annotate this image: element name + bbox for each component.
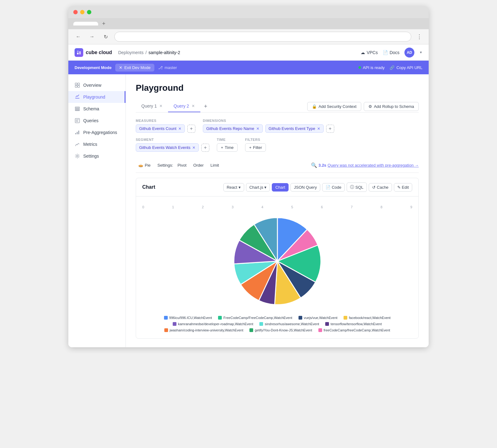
segment-label: SEGMENT [136, 138, 209, 141]
dimension-tag-1-close[interactable]: ✕ [317, 127, 320, 131]
sidebar-item-preagg[interactable]: Pre-Aggregations [68, 127, 125, 138]
api-ready-status: API is ready [358, 65, 385, 70]
back-button[interactable]: ← [73, 32, 83, 42]
add-tab-button[interactable]: + [200, 101, 211, 112]
order-button[interactable]: Order [191, 162, 206, 169]
filter-tags: + Filter [245, 143, 266, 152]
svg-rect-4 [78, 83, 80, 85]
measure-tag-0: Github Events Count ✕ [136, 124, 185, 133]
add-rollup-button[interactable]: ⚙ Add Rollup to Schema [364, 102, 419, 111]
segment-group: SEGMENT Github Events Watch Events ✕ + [136, 138, 209, 152]
segment-tag-0: Github Events Watch Events ✕ [136, 143, 199, 152]
view-sql-button[interactable]: ⓘ SQL [347, 182, 367, 192]
sidebar-item-playground[interactable]: Playground [68, 91, 125, 103]
dimension-tag-0-close[interactable]: ✕ [256, 127, 259, 131]
view-edit-button[interactable]: ✎ Edit [394, 183, 412, 192]
browser-tab[interactable] [73, 22, 98, 25]
branch-button[interactable]: ⎇ master [158, 65, 177, 70]
avatar[interactable]: AD [404, 48, 414, 58]
rollup-icon: ⚙ [368, 104, 372, 109]
svg-rect-3 [75, 83, 77, 85]
legend-item: jwasham/coding-interview-university,Watc… [164, 328, 243, 332]
add-security-context-button[interactable]: 🔒 Add Security Context [307, 102, 361, 111]
sidebar-item-queries-label: Queries [83, 118, 98, 123]
avatar-chevron[interactable]: ▼ [419, 51, 422, 54]
view-json-query-button[interactable]: JSON Query [290, 183, 320, 192]
view-code-button[interactable]: 📄 Code [322, 183, 345, 192]
add-filter-button[interactable]: + Filter [245, 143, 266, 152]
docs-link[interactable]: 📄 Docs [383, 50, 399, 55]
limit-button[interactable]: Limit [208, 162, 221, 169]
exit-dev-mode-button[interactable]: ✕ Exit Dev Mode [115, 64, 154, 72]
legend-item: tensorflow/tensorflow,WatchEvent [325, 322, 382, 326]
browser-tab-bar: + [68, 18, 429, 29]
add-dimension-button[interactable]: + [326, 125, 334, 133]
framework-dropdown[interactable]: React ▾ [223, 183, 244, 192]
maximize-dot[interactable] [87, 10, 91, 14]
edit-icon: ✎ [397, 185, 401, 190]
logo-icon [75, 48, 83, 57]
x-label-1: 1 [172, 205, 174, 209]
main-layout: Overview Playground Schema [68, 74, 429, 347]
legend-item: sindresorhus/awesome,WatchEvent [259, 322, 319, 326]
chart-type-pie-button[interactable]: 🥧 Pie [136, 162, 153, 169]
address-bar[interactable] [114, 32, 411, 42]
minimize-dot[interactable] [80, 10, 84, 14]
browser-window: + ← → ↻ ⋮ cube cloud Deployments [68, 6, 429, 347]
new-tab-button[interactable]: + [99, 19, 108, 28]
schema-icon [75, 106, 80, 112]
segment-tags: Github Events Watch Events ✕ + [136, 143, 209, 152]
svg-rect-2 [77, 51, 79, 52]
measure-tag-0-close[interactable]: ✕ [178, 127, 181, 131]
sidebar-item-queries[interactable]: Queries [68, 115, 125, 127]
pivot-button[interactable]: Pivot [175, 162, 189, 169]
add-segment-button[interactable]: + [201, 144, 209, 152]
sidebar-item-metrics[interactable]: Metrics [68, 138, 125, 150]
forward-button[interactable]: → [87, 32, 97, 42]
copy-api-url-button[interactable]: 🔗 Copy API URL [390, 65, 422, 70]
copy-icon: 🔗 [390, 65, 394, 70]
breadcrumb: Deployments / sample-altinity-2 [118, 50, 180, 55]
chart-area: 0 1 2 3 4 5 6 7 8 9 [142, 203, 412, 332]
browser-menu-button[interactable]: ⋮ [415, 32, 424, 41]
pie-icon: 🥧 [138, 163, 143, 168]
query-tab-1-close[interactable]: ✕ [159, 104, 162, 108]
legend-dot [249, 328, 253, 332]
time-tags: + Time [217, 143, 238, 152]
add-time-button[interactable]: + Time [217, 143, 238, 152]
browser-toolbar: ← → ↻ ⋮ [68, 29, 429, 44]
view-cache-button[interactable]: ↺ Cache [369, 183, 392, 192]
add-measure-button[interactable]: + [187, 125, 195, 133]
legend-item: kamranahmedse/developer-roadmap,WatchEve… [173, 322, 253, 326]
sidebar-item-settings[interactable]: Settings [68, 150, 125, 162]
library-dropdown[interactable]: Chart.js ▾ [246, 183, 270, 192]
segment-tag-0-close[interactable]: ✕ [192, 145, 195, 150]
query-tab-1[interactable]: Query 1 ✕ [136, 100, 168, 112]
chart-header: Chart React ▾ Chart.js ▾ Chart JSON [136, 178, 418, 196]
plus-icon: + [221, 145, 223, 150]
close-dot[interactable] [73, 10, 78, 14]
dimensions-label: DIMENSIONS [203, 119, 334, 122]
accel-link[interactable]: Query was not accelerated with pre-aggre… [328, 163, 419, 168]
query-tab-2[interactable]: Query 2 ✕ [168, 100, 200, 112]
query-time: 🔍 3.2s Query was not accelerated with pr… [311, 162, 419, 168]
legend-dot [259, 322, 263, 326]
query-tab-2-close[interactable]: ✕ [192, 104, 195, 108]
legend-item: FreeCodeCamp/FreeCodeCamp,WatchEvent [218, 316, 292, 320]
query-tabs-bar: Query 1 ✕ Query 2 ✕ + 🔒 Add Security Con… [136, 100, 419, 113]
svg-point-14 [77, 155, 78, 157]
vpcs-link[interactable]: ☁ VPCs [361, 50, 378, 55]
chart-legend: 996icu/996.ICU,WatchEventFreeCodeCamp/Fr… [142, 316, 412, 332]
filters-group: FILTERS + Filter [245, 138, 266, 152]
preagg-icon [75, 130, 80, 135]
view-chart-button[interactable]: Chart [272, 183, 289, 192]
settings-icon [75, 153, 80, 159]
legend-dot [173, 322, 176, 326]
sidebar-item-overview[interactable]: Overview [68, 79, 125, 91]
nav-right: ☁ VPCs 📄 Docs AD ▼ [361, 48, 422, 58]
chevron-down-icon-2: ▾ [264, 185, 267, 190]
breadcrumb-parent[interactable]: Deployments [118, 50, 144, 55]
reload-button[interactable]: ↻ [101, 32, 111, 42]
dev-mode-label: Development Mode [75, 65, 112, 70]
sidebar-item-schema[interactable]: Schema [68, 103, 125, 115]
